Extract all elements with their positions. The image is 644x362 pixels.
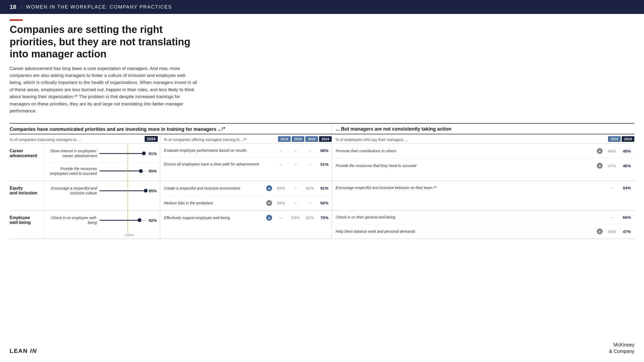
mid-val-cell: 70% bbox=[317, 215, 332, 220]
mid-val-cell: 62% bbox=[303, 215, 317, 220]
bar-row: Encourage a respectful and inclusive cul… bbox=[45, 181, 160, 199]
right-badge-2018: 2018 bbox=[608, 136, 621, 142]
right-row-label: Help them balance work and personal dema… bbox=[336, 229, 597, 234]
mid-row-label: Reduce bias in the workplace bbox=[164, 201, 266, 205]
data-section: CareeradvancementShow interest in employ… bbox=[10, 144, 634, 181]
header-bar: 18 | WOMEN IN THE WORKPLACE: COMPANY PRA… bbox=[0, 0, 644, 14]
right-trend-flat-icon: ● bbox=[597, 228, 603, 234]
bar-dot bbox=[139, 169, 143, 173]
mid-badge-2018: 2018 bbox=[278, 136, 291, 142]
accent-bar bbox=[10, 19, 23, 21]
right-row: Check in on their general well-being–66% bbox=[336, 210, 634, 224]
trend-up-icon: ▲ bbox=[266, 215, 272, 221]
left-col-sublabel: % of companies instructing managers to …… bbox=[10, 136, 160, 142]
mid-row-label: Effectively support employee well-being bbox=[164, 215, 266, 220]
page-number: 18 bbox=[10, 3, 16, 10]
mid-val-cell: – bbox=[274, 215, 288, 220]
right-data-col: Promote their contributions to others●44… bbox=[332, 144, 634, 181]
chart-top-headers: Companies have communicated priorities a… bbox=[10, 124, 634, 134]
bar-label: Show interest in employees' career advan… bbox=[45, 149, 100, 158]
mid-row: Effectively support employee well-being▲… bbox=[164, 210, 332, 225]
mid-row-label: Ensure all employees have a clear path f… bbox=[164, 162, 266, 167]
right-val-cell: 54% bbox=[619, 186, 634, 190]
right-section-header: ... But managers are not consistently ta… bbox=[332, 124, 634, 134]
mid-val-cell: – bbox=[288, 148, 303, 153]
mid-row: Create a respectful and inclusive enviro… bbox=[164, 181, 332, 196]
right-badge-2024: 2024 bbox=[622, 136, 634, 142]
bar-row: Provide the resources employees need to … bbox=[45, 162, 160, 181]
right-val-cell: 46% bbox=[619, 164, 634, 168]
data-section: Employeewell-being100%Check in on employ… bbox=[10, 210, 634, 239]
bar-label: Provide the resources employees need to … bbox=[45, 166, 100, 176]
right-val-cell: 66% bbox=[619, 215, 634, 220]
mid-data-col: Create a respectful and inclusive enviro… bbox=[160, 181, 332, 210]
right-val-cell: 44% bbox=[604, 149, 619, 153]
right-trend-flat-icon: ● bbox=[597, 163, 603, 169]
header-title: WOMEN IN THE WORKPLACE: COMPANY PRACTICE… bbox=[26, 4, 172, 10]
left-col-badge: 2024 bbox=[145, 136, 158, 142]
mid-row: Ensure all employees have a clear path f… bbox=[164, 157, 332, 171]
mid-col-sublabel: % of companies offering managers trainin… bbox=[160, 136, 332, 142]
main-title: Companies are setting the right prioriti… bbox=[10, 24, 197, 60]
right-year-badges: 2018 2024 bbox=[608, 136, 634, 142]
left-bar-col: Encourage a respectful and inclusive cul… bbox=[45, 181, 160, 210]
dashed-line-label: 100% bbox=[125, 233, 134, 237]
bar-pct-label: 95% bbox=[149, 189, 160, 193]
bar-pct-label: 85% bbox=[149, 169, 160, 173]
mid-val-cell: – bbox=[288, 201, 303, 205]
mid-row: Reduce bias in the workplace●84%––82% bbox=[164, 196, 332, 210]
section-label: Careeradvancement bbox=[10, 144, 45, 181]
right-data-col: Check in on their general well-being–66%… bbox=[332, 210, 634, 239]
mid-badge-2022: 2022 bbox=[305, 136, 318, 142]
mid-row-label: Create a respectful and inclusive enviro… bbox=[164, 186, 266, 191]
bar-label: Encourage a respectful and inclusive cul… bbox=[45, 186, 100, 195]
right-val-cell: 45% bbox=[619, 149, 634, 153]
data-rows: CareeradvancementShow interest in employ… bbox=[10, 144, 634, 239]
trend-flat-icon: ● bbox=[266, 200, 272, 206]
mid-badge-2024: 2024 bbox=[319, 136, 332, 142]
bar-dot bbox=[142, 152, 146, 155]
right-val-cell: 45% bbox=[604, 229, 619, 234]
right-row-label: Check in on their general well-being bbox=[336, 215, 597, 220]
chart-area: Companies have communicated priorities a… bbox=[10, 123, 634, 239]
mid-val-cell: 53% bbox=[288, 215, 303, 220]
mid-val-cell: – bbox=[303, 201, 317, 205]
right-row-label: Encourage respectful and inclusive behav… bbox=[336, 185, 597, 190]
data-section: Equityand inclusionEncourage a respectfu… bbox=[10, 181, 634, 210]
mid-row-label: Evaluate employee performance based on r… bbox=[164, 148, 266, 153]
mid-data-col: Evaluate employee performance based on r… bbox=[160, 144, 332, 181]
mid-val-cell: – bbox=[274, 162, 288, 167]
bar-dot bbox=[144, 189, 148, 193]
right-data-col: Encourage respectful and inclusive behav… bbox=[332, 181, 634, 210]
right-row: Promote their contributions to others●44… bbox=[336, 144, 634, 158]
bar-label: Check in on employee well-being bbox=[45, 215, 100, 225]
section-label: Equityand inclusion bbox=[10, 181, 45, 210]
mid-val-cell: 91% bbox=[317, 186, 332, 190]
col-sub-labels: % of companies instructing managers to …… bbox=[10, 134, 634, 144]
left-bar-col: 100%Check in on employee well-being82% bbox=[45, 210, 160, 239]
mid-val-cell: 88% bbox=[317, 148, 332, 153]
right-row: Help them balance work and personal dema… bbox=[336, 224, 634, 239]
bar-dot bbox=[138, 218, 141, 222]
body-text: Career advancement has long been a core … bbox=[10, 65, 197, 114]
mid-val-cell: – bbox=[303, 162, 317, 167]
header-divider: | bbox=[21, 5, 22, 9]
right-col-sub-text: % of employees who say their managers … bbox=[336, 138, 408, 142]
left-bar-col: Show interest in employees' career advan… bbox=[45, 144, 160, 181]
right-row: Encourage respectful and inclusive behav… bbox=[336, 181, 634, 194]
mid-val-cell: 69% bbox=[274, 186, 288, 190]
bar-row: Show interest in employees' career advan… bbox=[45, 144, 160, 162]
bar-pct-label: 82% bbox=[149, 218, 160, 223]
right-val-cell: – bbox=[604, 215, 619, 220]
trend-up-icon: ▲ bbox=[266, 185, 272, 191]
right-row-label: Promote their contributions to others bbox=[336, 149, 597, 153]
mid-val-cell: 84% bbox=[274, 201, 288, 205]
right-val-cell: 47% bbox=[604, 164, 619, 168]
mid-val-cell: – bbox=[288, 186, 303, 190]
mid-year-badges: 2018 2020 2022 2024 bbox=[278, 136, 332, 142]
right-trend-flat-icon: ● bbox=[597, 148, 603, 154]
mid-val-cell: – bbox=[274, 148, 288, 153]
mid-val-cell: – bbox=[303, 148, 317, 153]
right-row-label: Provide the resources that they need to … bbox=[336, 163, 597, 168]
right-val-cell: – bbox=[604, 186, 619, 190]
